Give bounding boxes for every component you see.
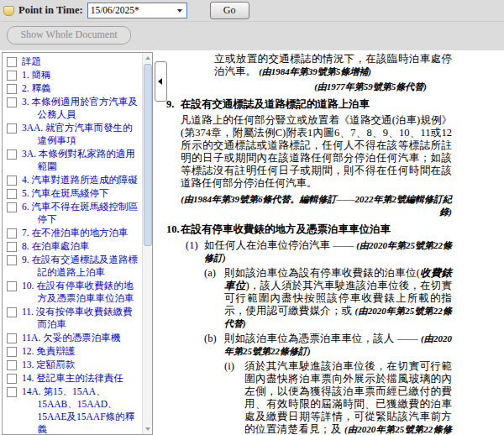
provision-number: (i) [224, 360, 234, 373]
toc-item-checkbox[interactable] [7, 281, 17, 291]
toc-item-link[interactable]: 11. 沒有按停車收費錶繳費而泊車 [22, 306, 140, 331]
toc-item-checkbox[interactable] [7, 255, 17, 265]
toc-item-link[interactable]: 14A. 第15、15AA、15AAB、15AAD、15AAE及15AAF條的釋… [22, 385, 140, 435]
toc-sidebar: 詳題1. 簡稱2. 釋義3. 本條例適用於官方汽車及公務人員3AA. 就官方汽車… [2, 52, 153, 435]
point-in-time-icon [3, 6, 14, 16]
legislation-content: 立或放置的交通標誌的情況下，在該臨時泊車處停泊汽車。 (由1984年第39號第5… [153, 50, 504, 435]
toc-item-link[interactable]: 8. 在泊車處泊車 [22, 240, 90, 253]
toc-item: 14A. 第15、15AA、15AAB、15AAD、15AAE及15AAF條的釋… [6, 385, 140, 435]
toc-item: 12. 免責辯護 [6, 345, 140, 358]
amendment-note: (由1984年第39號第6條代替。編輯修訂——2022年第2號編輯修訂紀錄) [181, 194, 452, 217]
provision-text: 則如該泊車位為設有停車收費錶的泊車位( [224, 267, 420, 279]
toc-item-link[interactable]: 6. 汽車不得在斑馬綫控制區停下 [22, 201, 140, 226]
e-legislation-point-in-time-view: { "colors": { "toolbar_bg": "#dcdcdc", "… [0, 0, 504, 435]
point-in-time-bar: Point in Time: 15/06/2025* Go [0, 0, 504, 22]
toc-item-checkbox[interactable] [7, 123, 17, 134]
go-button[interactable]: Go [210, 2, 249, 19]
toc-item: 8. 在泊車處泊車 [6, 240, 140, 253]
point-in-time-label: Point in Time: [18, 4, 83, 17]
point-in-time-date-value: 15/06/2025* [91, 5, 139, 15]
toc-item-checkbox[interactable] [7, 97, 17, 107]
toc-item-checkbox[interactable] [7, 387, 17, 397]
provision-text: 凡道路上的任何部分豎立或放置着《道路交通(泊車)規例》(第374章，附屬法例C)… [181, 114, 452, 189]
amendment-note-line: (由1977年第59號第5條代替) [166, 81, 452, 93]
toc-item: 3AA. 就官方汽車而發生的違例事項 [6, 122, 140, 147]
toc-item-checkbox[interactable] [7, 202, 17, 212]
toc-item-link[interactable]: 3. 本條例適用於官方汽車及公務人員 [22, 96, 140, 121]
toc-item-checkbox[interactable] [7, 84, 17, 94]
collapse-sidebar-button[interactable] [155, 61, 167, 102]
toc-item: 14. 登記車主的法律責任 [6, 372, 140, 385]
toc-item-checkbox[interactable] [7, 374, 17, 384]
toc-item-link[interactable]: 2. 釋義 [22, 82, 51, 95]
toc-item-checkbox[interactable] [7, 347, 17, 357]
toc-item: 7. 在不准泊車的地方泊車 [6, 227, 140, 239]
toc-item: 3. 本條例適用於官方汽車及公務人員 [6, 96, 140, 121]
scrollbar-thumb[interactable] [144, 64, 152, 246]
amendment-note: (由1977年第59號第5條代替) [314, 81, 427, 92]
toc-item-link[interactable]: 9. 在設有交通標誌及道路標記的道路上泊車 [22, 254, 140, 279]
toc-item-link[interactable]: 4. 汽車對道路所造成的障礙 [22, 174, 138, 186]
toc-item-checkbox[interactable] [7, 307, 17, 317]
toc-item: 5. 汽車在斑馬綫停下 [6, 187, 140, 200]
toolbar: Point in Time: 15/06/2025* Go Show Whole… [0, 0, 504, 50]
toc-list: 詳題1. 簡稱2. 釋義3. 本條例適用於官方汽車及公務人員3AA. 就官方汽車… [3, 53, 152, 435]
toc-item: 10. 在設有停車收費錶的地方及憑票泊車車位泊車 [6, 280, 140, 305]
toc-item-checkbox[interactable] [7, 57, 17, 67]
toc-item-link[interactable]: 3AA. 就官方汽車而發生的違例事項 [22, 122, 140, 147]
amendment-note-line: (由1984年第39號第6條代替。編輯修訂——2022年第2號編輯修訂紀錄) [166, 193, 452, 218]
chevron-left-icon [158, 78, 162, 85]
show-whole-document-button[interactable]: Show Whole Document [7, 26, 131, 45]
amendment-note: (由1984年第39號第5條增補) [259, 66, 371, 76]
provision-text: 則如該泊車位為憑票泊車車位，該人 —— [224, 333, 421, 344]
provision-number: 10. [166, 223, 180, 236]
provision-paragraph: (1)如任何人在泊車位停泊汽車 —— (由2020年第25號第22條修訂) [166, 239, 452, 265]
point-in-time-date-combobox[interactable]: 15/06/2025* [87, 3, 187, 18]
provision-number: 9. [166, 98, 174, 111]
scroll-up-icon[interactable] [143, 53, 152, 63]
provision-number: (b) [204, 333, 217, 345]
toc-item-link[interactable]: 13. 定額罰款 [22, 359, 75, 371]
toc-item: 3A. 本條例對私家路的適用範圍 [6, 148, 140, 173]
toc-item-checkbox[interactable] [7, 360, 17, 370]
toc-item: 11. 沒有按停車收費錶繳費而泊車 [6, 306, 140, 331]
sidebar-scrollbar[interactable] [142, 53, 152, 434]
toc-item: 1. 簡稱 [6, 69, 140, 81]
toc-item-link[interactable]: 10. 在設有停車收費錶的地方及憑票泊車車位泊車 [22, 280, 140, 305]
toc-item-checkbox[interactable] [7, 189, 17, 199]
provision-number: (1) [186, 239, 198, 252]
provision-text: 在設有交通標誌及道路標記的道路上泊車 [181, 98, 370, 110]
toc-item-link[interactable]: 11A. 欠妥的憑票泊車機 [22, 332, 120, 344]
toc-item-checkbox[interactable] [7, 228, 17, 238]
provision-paragraph: 立或放置的交通標誌的情況下，在該臨時泊車處停泊汽車。 (由1984年第39號第5… [166, 53, 452, 78]
provision-paragraph: (b)則如該泊車位為憑票泊車車位，該人 —— (由2020年第25號第22條修訂… [166, 333, 452, 358]
toc-item-link[interactable]: 1. 簡稱 [22, 69, 51, 81]
section-heading: 9.在設有交通標誌及道路標記的道路上泊車 [166, 98, 452, 111]
toc-item: 2. 釋義 [6, 82, 140, 95]
toc-item-link[interactable]: 7. 在不准泊車的地方泊車 [22, 227, 129, 239]
toc-item: 11A. 欠妥的憑票泊車機 [6, 332, 140, 344]
toc-item-checkbox[interactable] [7, 242, 17, 252]
toc-item-link[interactable]: 12. 免責辯護 [22, 345, 75, 358]
toc-item-link[interactable]: 14. 登記車主的法律責任 [22, 372, 123, 385]
toc-item: 6. 汽車不得在斑馬綫控制區停下 [6, 201, 140, 226]
toc-item-checkbox[interactable] [7, 333, 17, 343]
toc-item-checkbox[interactable] [7, 149, 17, 160]
provision-text: 在設有停車收費錶的地方及憑票泊車車位泊車 [181, 223, 391, 235]
toc-item-link[interactable]: 詳題 [22, 55, 47, 68]
provision-paragraph: (a)則如該泊車位為設有停車收費錶的泊車位(收費錶車位)，該人須於其汽車駛進該泊… [166, 267, 452, 330]
provision-paragraph: 凡道路上的任何部分豎立或放置着《道路交通(泊車)規例》(第374章，附屬法例C)… [166, 114, 452, 190]
toc-item: 13. 定額罰款 [6, 359, 140, 371]
toc-item-link[interactable]: 3A. 本條例對私家路的適用範圍 [22, 148, 140, 173]
toc-item: 9. 在設有交通標誌及道路標記的道路上泊車 [6, 254, 140, 279]
toc-item-checkbox[interactable] [7, 176, 17, 186]
toc-item: 4. 汽車對道路所造成的障礙 [6, 174, 140, 186]
provision-paragraph: (i)須於其汽車駛進該泊車位後，在切實可行範圍內盡快將泊車票向外展示於擋風玻璃的… [166, 360, 452, 435]
provision-text: 如任何人在泊車位停泊汽車 —— [204, 239, 356, 251]
provision-number: (a) [204, 267, 216, 280]
toc-item-checkbox[interactable] [7, 71, 17, 81]
scroll-down-icon[interactable] [143, 424, 152, 434]
toc-item-link[interactable]: 5. 汽車在斑馬綫停下 [22, 187, 109, 200]
section-heading: 10.在設有停車收費錶的地方及憑票泊車車位泊車 [166, 223, 452, 236]
chevron-down-icon[interactable] [177, 9, 182, 13]
